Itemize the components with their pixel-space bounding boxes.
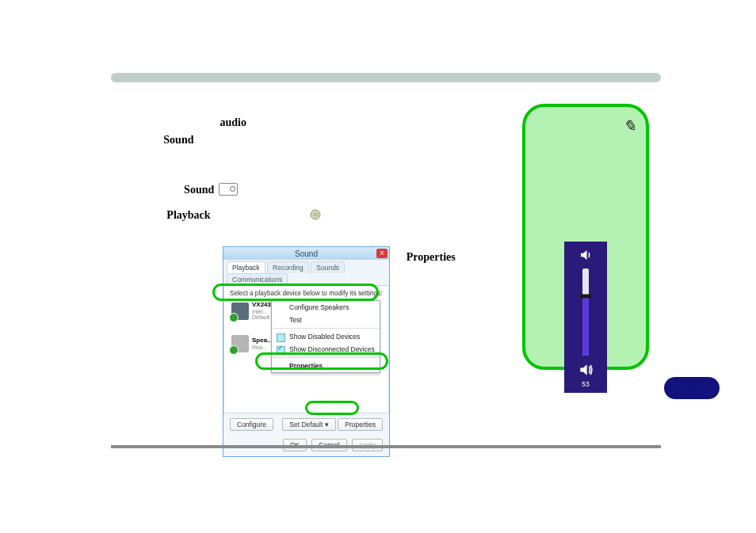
step-3-bold: Playback [166, 209, 210, 221]
step-4-bold: Properties [407, 251, 456, 263]
tab-playback[interactable]: Playback [227, 261, 265, 273]
text-bold: Sound [184, 184, 214, 196]
menu-test[interactable]: Test [272, 314, 380, 326]
sound-dialog-title: Sound [295, 249, 318, 258]
control-panel-sound-icon [219, 183, 238, 196]
device-sub: Rea... [252, 345, 273, 351]
sound-dialog-titlebar[interactable]: Sound × [223, 247, 389, 260]
text-bold-audio: audio [220, 116, 246, 128]
tab-sounds[interactable]: Sounds [311, 261, 345, 273]
volume-fill [582, 296, 589, 356]
properties-button[interactable]: Properties [338, 418, 383, 431]
note-line-1: Click the arrow in the notification area… [545, 137, 636, 185]
speaker-icon [231, 335, 249, 352]
chevron-down-icon: ▾ [325, 421, 329, 428]
text-bold-sound: Sound [163, 134, 193, 146]
set-default-label: Set Default [289, 421, 323, 428]
configure-button[interactable]: Configure [230, 418, 273, 431]
note-callout: ✎ 1.Click the arrow in the notification … [522, 104, 649, 370]
speaker-volume-icon[interactable] [578, 248, 593, 264]
header-divider [111, 73, 661, 82]
step-2-text-b: control panel. [242, 184, 303, 196]
speaker-icon [578, 362, 594, 380]
step-3c: (tab). There will be a [213, 209, 309, 221]
pencil-icon: ✎ [623, 116, 636, 135]
step-number: 1. [123, 156, 137, 173]
note-text: 1.Click the arrow in the notification ar… [535, 137, 636, 235]
step-number: 4. [123, 249, 137, 266]
text: If you wish to stream [123, 116, 220, 128]
menu-show-disconnected[interactable]: Show Disconnected Devices [272, 343, 380, 356]
menu-separator [272, 357, 380, 358]
menu-properties[interactable]: Properties [272, 360, 380, 372]
step-1-text: Connect an HDMI cable from the HDMI-Out … [140, 158, 473, 170]
menu-configure-speakers[interactable]: Configure Speakers [272, 301, 380, 314]
device-name: Spea... [252, 337, 273, 345]
step-2-text: Go to the [140, 184, 185, 196]
step-3a: Click [140, 209, 167, 221]
device-context-menu: Configure Speakers Test Show Disabled De… [271, 300, 380, 373]
set-default-button[interactable]: Set Default ▾ [282, 418, 335, 431]
note-line-2: Right-click the speaker icon at the bott… [545, 188, 636, 235]
step-4c: ). [458, 251, 464, 263]
footer-divider [111, 445, 661, 448]
svg-point-1 [315, 213, 317, 215]
text: control panel in Windows. [197, 134, 314, 146]
sound-dialog-tabs: Playback Recording Sounds Communications [223, 260, 389, 286]
close-button[interactable]: × [376, 249, 388, 258]
monitor-speaker-icon [231, 303, 249, 320]
volume-value: 53 [582, 380, 589, 388]
volume-slider[interactable] [582, 268, 589, 356]
sound-dialog-instruction: Select a playback device below to modify… [230, 290, 383, 297]
next-label: Next ▶ [677, 383, 706, 394]
step-number: 2. [123, 181, 137, 199]
cd-disc-icon [309, 208, 322, 221]
volume-thumb[interactable] [580, 295, 591, 299]
tab-recording[interactable]: Recording [267, 261, 309, 273]
step-number: 3. [123, 207, 137, 224]
tab-communications[interactable]: Communications [227, 273, 288, 285]
sound-dialog: Sound × Playback Recording Sounds Commun… [223, 246, 390, 457]
menu-separator [272, 328, 380, 329]
volume-flyout: 53 [564, 242, 607, 393]
volume-device-button[interactable]: 53 [578, 362, 594, 388]
menu-show-disabled[interactable]: Show Disabled Devices [272, 330, 380, 343]
next-nav-button[interactable]: Next ▶ [664, 377, 720, 399]
